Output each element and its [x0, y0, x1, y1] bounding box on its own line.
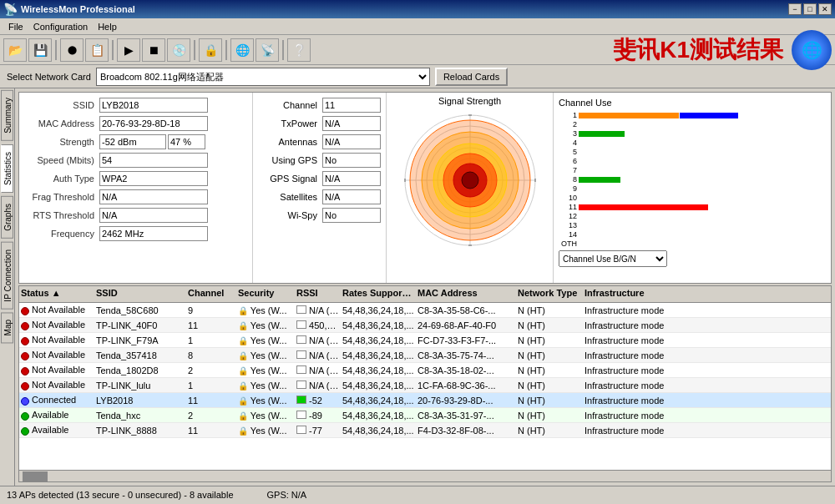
- menu-help[interactable]: Help: [93, 20, 122, 33]
- td-ssid: TP-LINK_8888: [94, 426, 186, 436]
- rts-row: RTS Threshold: [24, 208, 247, 223]
- satellites-value[interactable]: [322, 189, 381, 204]
- menu-file[interactable]: File: [3, 20, 28, 33]
- ssid-label: SSID: [24, 100, 99, 110]
- td-channel: 1: [186, 335, 236, 345]
- table-panel: Status ▲ SSID Channel Security RSSI Rate…: [18, 285, 832, 482]
- ch7-row: 7: [559, 166, 826, 174]
- toolbar-stop[interactable]: ⏹: [142, 38, 165, 62]
- radar-chart: [399, 109, 541, 251]
- freq-row: Frequency: [24, 226, 247, 241]
- gps-value[interactable]: [322, 153, 381, 168]
- td-nettype: N (HT): [516, 396, 583, 406]
- channel-value[interactable]: [322, 98, 381, 113]
- toolbar-disk[interactable]: 💿: [167, 38, 190, 62]
- lock-icon: 🔒: [238, 396, 248, 406]
- close-button[interactable]: ✕: [818, 3, 832, 15]
- txpower-value[interactable]: [322, 116, 381, 131]
- table-row: Available TP-LINK_8888 11 🔒 Yes (W... -7…: [19, 423, 831, 438]
- td-nettype: N (HT): [516, 426, 583, 436]
- svg-point-13: [462, 172, 478, 189]
- ssid-value[interactable]: [99, 98, 208, 113]
- td-mac: FC-D7-33-F3-F7-...: [416, 335, 516, 345]
- signal-sq-green: [296, 396, 306, 404]
- signal-title: Signal Strength: [438, 96, 501, 106]
- channeluse-select[interactable]: Channel Use B/G/N: [559, 250, 667, 267]
- td-rssi: N/A (L...: [295, 381, 341, 391]
- ch8-row: 8: [559, 175, 826, 184]
- strength-dbm[interactable]: [99, 134, 166, 149]
- toolbar-help[interactable]: ❔: [287, 38, 311, 62]
- channeluse-panel: Channel Use 1 2 3 4 5 6 7 8 9 10 11 12 1…: [554, 93, 831, 283]
- th-security: Security: [236, 288, 295, 300]
- menu-configuration[interactable]: Configuration: [28, 20, 93, 33]
- toolbar-open[interactable]: 📂: [3, 38, 27, 62]
- ssid-row: SSID: [24, 98, 247, 113]
- td-status: Available: [19, 425, 94, 435]
- td-status: Available: [19, 410, 94, 420]
- gpssig-value[interactable]: [322, 171, 381, 186]
- table-body[interactable]: Not Available Tenda_58C680 9 🔒 Yes (W...…: [19, 303, 831, 470]
- td-nettype: N (HT): [516, 411, 583, 421]
- toolbar-globe[interactable]: 🌐: [230, 38, 254, 62]
- tab-ip-connection[interactable]: IP Connection: [1, 242, 13, 310]
- frag-label: Frag Threshold: [24, 192, 99, 202]
- mac-row: MAC Address: [24, 116, 247, 131]
- antennas-value[interactable]: [322, 134, 381, 149]
- table-row: Not Available TP-LINK_F79A 1 🔒 Yes (W...…: [19, 333, 831, 348]
- netcard-label: Select Network Card: [7, 72, 91, 82]
- toolbar-sep1: [55, 40, 57, 60]
- td-infra: Infrastructure mode: [583, 350, 831, 360]
- lock-icon: 🔒: [238, 306, 248, 315]
- minimize-button[interactable]: −: [788, 3, 802, 15]
- toolbar-wifi[interactable]: 📡: [256, 38, 279, 62]
- speed-value[interactable]: [99, 153, 208, 168]
- netcard-select[interactable]: Broadcom 802.11g网络适配器: [96, 68, 430, 86]
- tab-graphs[interactable]: Graphs: [1, 196, 13, 239]
- hscroll-thumb[interactable]: [23, 471, 48, 481]
- speed-row: Speed (Mbits): [24, 153, 247, 168]
- toolbar-record[interactable]: ⬤: [60, 38, 84, 62]
- toolbar-lock[interactable]: 🔒: [199, 38, 222, 62]
- rts-value[interactable]: [99, 208, 208, 223]
- auth-value[interactable]: [99, 171, 208, 186]
- wispy-value[interactable]: [322, 208, 381, 223]
- toolbar-play[interactable]: ▶: [117, 38, 140, 62]
- choth-row: OTH: [559, 239, 826, 248]
- satellites-row: Satellites: [258, 189, 381, 204]
- toolbar-copy[interactable]: 📋: [85, 38, 109, 62]
- toolbar-save[interactable]: 💾: [28, 38, 52, 62]
- td-rssi: -89: [295, 411, 341, 421]
- tab-summary[interactable]: Summary: [1, 90, 13, 141]
- reload-cards-button[interactable]: Reload Cards: [435, 68, 508, 86]
- channel-bars-container: 1 2 3 4 5 6 7 8 9 10 11 12 13 14 OTH: [559, 111, 826, 248]
- toolbar-sep3: [194, 40, 195, 60]
- mac-value[interactable]: [99, 116, 208, 131]
- tab-statistics[interactable]: Statistics: [1, 144, 13, 193]
- auth-label: Auth Type: [24, 174, 99, 184]
- maximize-button[interactable]: □: [803, 3, 817, 15]
- toolbar: 📂 💾 ⬤ 📋 ▶ ⏹ 💿 🔒 🌐 📡 ❔ 斐讯K1测试结果 🌐: [0, 35, 835, 65]
- td-status-connected: Connected: [19, 395, 94, 405]
- td-ssid: TP-LINK_F79A: [94, 335, 186, 345]
- table-header: Status ▲ SSID Channel Security RSSI Rate…: [19, 286, 831, 303]
- td-ssid: Tenda_58C680: [94, 305, 186, 315]
- table-row: Not Available Tenda_357418 8 🔒 Yes (W...…: [19, 348, 831, 363]
- status-dot-red: [21, 307, 29, 315]
- td-infra: Infrastructure mode: [583, 365, 831, 375]
- table-hscroll[interactable]: [19, 470, 831, 481]
- strength-pct[interactable]: [168, 134, 205, 149]
- freq-value[interactable]: [99, 226, 208, 241]
- strength-row: Strength: [24, 134, 247, 149]
- tab-map[interactable]: Map: [1, 312, 13, 343]
- td-infra: Infrastructure mode: [583, 426, 831, 436]
- th-mac: MAC Address: [416, 288, 516, 300]
- td-status: Not Available: [19, 305, 94, 315]
- ch2-row: 2: [559, 120, 826, 129]
- ch3-bar: [579, 131, 625, 137]
- td-nettype: N (HT): [516, 350, 583, 360]
- lock-icon: 🔒: [238, 426, 248, 436]
- channel-panel: Channel TxPower Antennas Using GPS GPS S…: [253, 93, 387, 283]
- td-rates: 54,48,36,24,18,...: [341, 305, 416, 315]
- frag-value[interactable]: [99, 189, 208, 204]
